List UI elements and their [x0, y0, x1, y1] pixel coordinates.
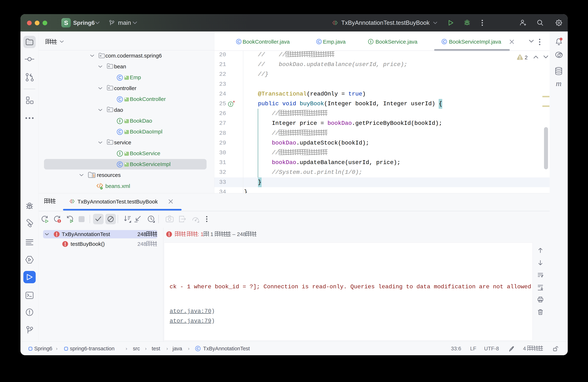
svg-text:C: C: [317, 39, 320, 44]
svg-text:I: I: [119, 119, 120, 123]
svg-text:C: C: [443, 39, 446, 44]
svg-text:C: C: [118, 97, 122, 102]
svg-text:I: I: [370, 39, 371, 44]
svg-text:C: C: [118, 162, 122, 167]
svg-text:I: I: [119, 151, 120, 156]
svg-text:I: I: [230, 102, 231, 106]
svg-text:C: C: [118, 75, 122, 80]
svg-text:C: C: [237, 39, 240, 44]
svg-text:C: C: [118, 130, 122, 134]
svg-text:C: C: [197, 346, 199, 350]
